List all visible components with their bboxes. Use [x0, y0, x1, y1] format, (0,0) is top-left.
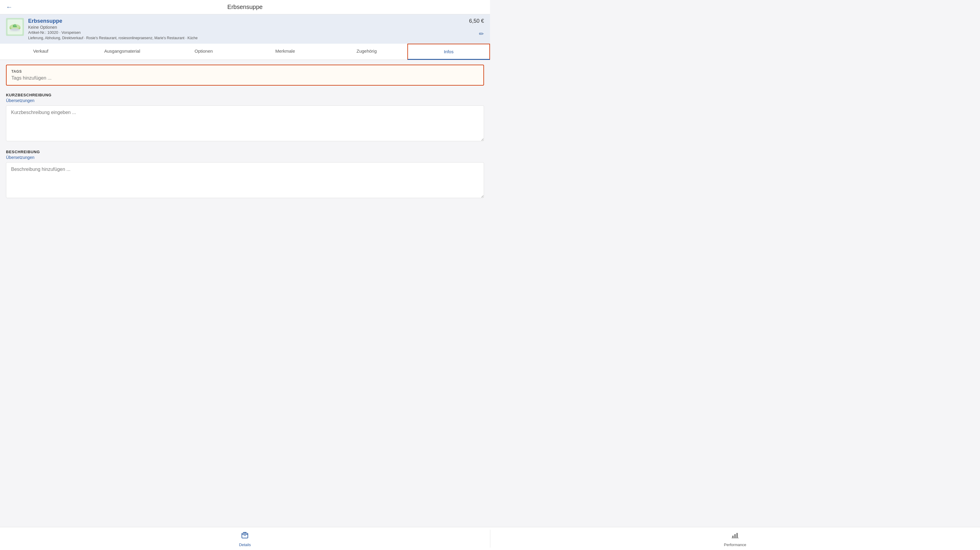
tab-merkmale[interactable]: Merkmale [245, 44, 326, 60]
beschreibung-textarea[interactable] [6, 162, 484, 198]
tags-label: TAGS [11, 70, 479, 74]
product-info: Erbsensuppe Keine Optionen Artikel-Nr.: … [28, 18, 197, 40]
product-delivery-info: Lieferung, Abholung, Direktverkauf · Ros… [28, 36, 197, 40]
product-bar: Erbsensuppe Keine Optionen Artikel-Nr.: … [0, 14, 490, 44]
page-title: Erbsensuppe [228, 3, 263, 11]
main-content: TAGS KURZBESCHREIBUNG Übersetzungen BESC… [0, 60, 490, 211]
back-button[interactable]: ← [6, 3, 13, 11]
tab-zugehoerig[interactable]: Zugehörig [326, 44, 407, 60]
svg-point-9 [10, 29, 20, 31]
edit-icon[interactable]: ✏ [479, 30, 484, 37]
svg-point-6 [14, 24, 16, 26]
header: ← Erbsensuppe [0, 0, 490, 14]
beschreibung-link[interactable]: Übersetzungen [6, 155, 34, 160]
product-bar-right: 6,50 € ✏ [469, 18, 484, 37]
kurzbeschreibung-section: KURZBESCHREIBUNG Übersetzungen [6, 93, 484, 142]
tab-infos[interactable]: Infos [407, 44, 490, 60]
tab-optionen[interactable]: Optionen [163, 44, 244, 60]
product-subtitle: Keine Optionen [28, 25, 197, 30]
tab-verkauf[interactable]: Verkauf [0, 44, 81, 60]
product-thumbnail [6, 18, 24, 36]
kurzbeschreibung-textarea[interactable] [6, 105, 484, 141]
product-article-number: Artikel-Nr.: 10020 · Vorspeisen [28, 30, 197, 35]
tags-section: TAGS [6, 65, 484, 86]
kurzbeschreibung-link[interactable]: Übersetzungen [6, 98, 34, 103]
tab-ausgangsmaterial[interactable]: Ausgangsmaterial [81, 44, 163, 60]
kurzbeschreibung-title: KURZBESCHREIBUNG [6, 93, 484, 97]
beschreibung-section: BESCHREIBUNG Übersetzungen [6, 149, 484, 199]
tags-input[interactable] [11, 75, 479, 81]
product-price: 6,50 € [469, 18, 484, 24]
product-bar-left: Erbsensuppe Keine Optionen Artikel-Nr.: … [6, 18, 197, 40]
beschreibung-title: BESCHREIBUNG [6, 149, 484, 154]
tabs-bar: Verkauf Ausgangsmaterial Optionen Merkma… [0, 44, 490, 60]
product-name: Erbsensuppe [28, 18, 197, 24]
